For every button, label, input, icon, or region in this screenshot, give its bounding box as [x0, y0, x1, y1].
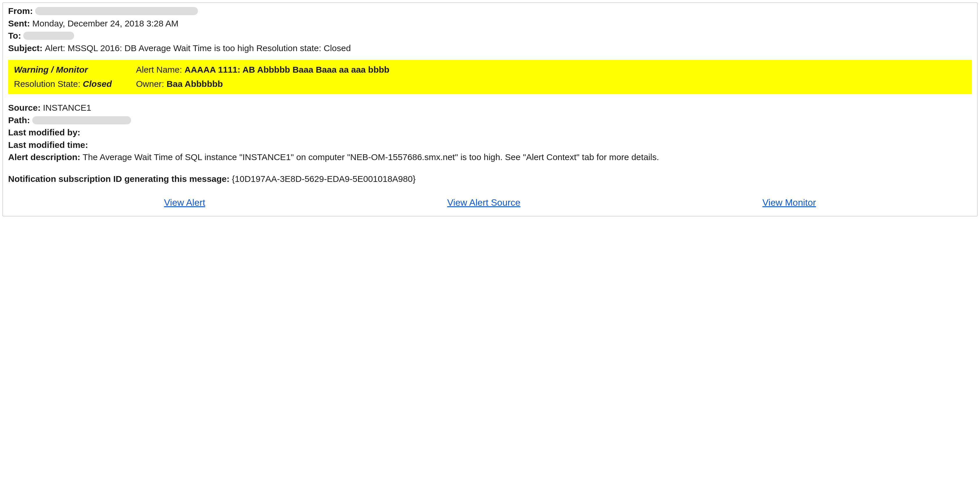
alert-description-line: Alert description: The Average Wait Time…: [8, 151, 972, 163]
alert-banner: Warning / Monitor Alert Name: AAAAA 1111…: [8, 60, 972, 94]
banner-owner-cell: Owner: Baa Abbbbbb: [136, 78, 966, 90]
sent-value: Monday, December 24, 2018 3:28 AM: [32, 18, 178, 30]
resolution-state-value: Closed: [83, 79, 112, 89]
banner-row-2: Resolution State: Closed Owner: Baa Abbb…: [8, 77, 972, 91]
action-links-row: View Alert View Alert Source View Monito…: [8, 196, 972, 209]
email-frame: From: Sent: Monday, December 24, 2018 3:…: [2, 2, 978, 216]
path-redacted: [32, 116, 131, 124]
to-label: To:: [8, 30, 21, 42]
alert-description-label: Alert description:: [8, 151, 80, 163]
header-to: To:: [8, 30, 972, 42]
path-label: Path:: [8, 115, 30, 126]
last-modified-by-line: Last modified by:: [8, 127, 972, 138]
header-from: From:: [8, 5, 972, 17]
source-line: Source: INSTANCE1: [8, 102, 972, 114]
path-line: Path:: [8, 115, 972, 126]
banner-row-1: Warning / Monitor Alert Name: AAAAA 1111…: [8, 63, 972, 77]
view-monitor-link[interactable]: View Monitor: [762, 196, 816, 209]
alert-name-label: Alert Name:: [136, 65, 185, 75]
last-modified-time-label: Last modified time:: [8, 139, 88, 151]
view-alert-source-link[interactable]: View Alert Source: [447, 196, 520, 209]
source-value: INSTANCE1: [43, 102, 91, 114]
subscription-id-value: {10D197AA-3E8D-5629-EDA9-5E001018A980}: [232, 173, 415, 185]
last-modified-by-label: Last modified by:: [8, 127, 80, 138]
banner-resolution-cell: Resolution State: Closed: [14, 78, 136, 90]
banner-alert-name-cell: Alert Name: AAAAA 1111: AB Abbbbb Baaa B…: [136, 64, 966, 76]
from-label: From:: [8, 5, 33, 17]
banner-warning-cell: Warning / Monitor: [14, 64, 136, 76]
owner-value: Baa Abbbbbb: [167, 79, 223, 89]
alert-name-value: AAAAA 1111: AB Abbbbb Baaa Baaa aa aaa b…: [185, 65, 390, 75]
alert-description-value: The Average Wait Time of SQL instance "I…: [83, 152, 659, 162]
sent-label: Sent:: [8, 18, 30, 30]
subject-value: Alert: MSSQL 2016: DB Average Wait Time …: [45, 43, 351, 54]
from-redacted: [35, 7, 198, 15]
subscription-id-line: Notification subscription ID generating …: [8, 173, 972, 185]
last-modified-time-line: Last modified time:: [8, 139, 972, 151]
subscription-id-label: Notification subscription ID generating …: [8, 173, 230, 185]
warning-monitor-label: Warning / Monitor: [14, 65, 88, 75]
to-redacted: [23, 32, 74, 40]
owner-label: Owner:: [136, 79, 167, 89]
view-alert-link[interactable]: View Alert: [164, 196, 205, 209]
source-label: Source:: [8, 102, 41, 114]
header-subject: Subject: Alert: MSSQL 2016: DB Average W…: [8, 43, 972, 54]
spacer: [8, 164, 972, 173]
subject-label: Subject:: [8, 43, 43, 54]
resolution-state-label: Resolution State:: [14, 79, 83, 89]
header-sent: Sent: Monday, December 24, 2018 3:28 AM: [8, 18, 972, 30]
